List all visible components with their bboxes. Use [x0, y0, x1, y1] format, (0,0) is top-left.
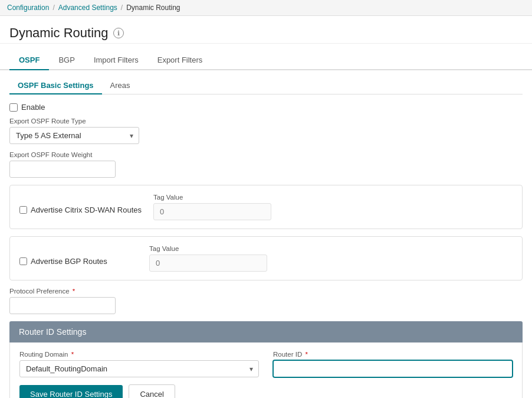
breadcrumb: Configuration / Advanced Settings / Dyna…	[0, 0, 532, 16]
tab-import-filters[interactable]: Import Filters	[84, 51, 148, 70]
sdwan-tag-group: Tag Value	[153, 194, 513, 220]
enable-checkbox[interactable]	[9, 103, 18, 112]
export-route-weight-input[interactable]: 0	[9, 161, 116, 178]
sub-tab-areas[interactable]: Areas	[102, 77, 139, 94]
router-id-field: Router ID *	[273, 351, 513, 377]
bgp-tag-input[interactable]	[149, 255, 267, 272]
advertise-bgp-card: Advertise BGP Routes Tag Value	[9, 236, 523, 280]
sdwan-tag-input[interactable]	[153, 203, 271, 220]
breadcrumb-configuration[interactable]: Configuration	[7, 4, 49, 12]
tab-bgp[interactable]: BGP	[49, 51, 84, 70]
export-route-type-select-wrapper: Type 5 AS External Type 7 NSSA External	[9, 127, 139, 144]
cancel-button[interactable]: Cancel	[129, 384, 175, 398]
main-tabs: OSPF BGP Import Filters Export Filters	[0, 51, 532, 70]
advertise-sdwan-left: Advertise Citrix SD-WAN Routes	[19, 194, 142, 214]
router-id-row: Routing Domain * Default_RoutingDomain R…	[19, 351, 513, 377]
enable-row: Enable	[9, 103, 523, 112]
breadcrumb-sep-2: /	[121, 4, 123, 12]
bgp-tag-group: Tag Value	[149, 245, 513, 272]
button-row: Save Router ID Settings Cancel	[19, 384, 513, 398]
breadcrumb-advanced-settings[interactable]: Advanced Settings	[58, 4, 117, 12]
advertise-sdwan-checkbox[interactable]	[19, 206, 27, 214]
routing-domain-field: Routing Domain * Default_RoutingDomain	[19, 351, 259, 377]
advertise-bgp-checkbox[interactable]	[19, 257, 27, 265]
breadcrumb-sep-1: /	[52, 4, 54, 12]
export-route-weight-group: Export OSPF Route Weight 0	[9, 151, 523, 178]
routing-domain-label: Routing Domain *	[19, 351, 259, 358]
router-id-section: Routing Domain * Default_RoutingDomain R…	[9, 342, 523, 398]
routing-domain-required: *	[69, 351, 74, 358]
router-id-banner: Router ID Settings	[9, 321, 523, 342]
advertise-bgp-label[interactable]: Advertise BGP Routes	[31, 257, 107, 266]
breadcrumb-current: Dynamic Routing	[126, 4, 180, 12]
router-id-required: *	[303, 351, 308, 358]
router-id-label: Router ID *	[273, 351, 513, 358]
advertise-bgp-left: Advertise BGP Routes	[19, 245, 137, 266]
protocol-required-marker: *	[71, 288, 75, 295]
protocol-preference-label: Protocol Preference *	[9, 288, 523, 295]
save-router-id-button[interactable]: Save Router ID Settings	[19, 385, 123, 398]
page-header: Dynamic Routing ℹ	[0, 16, 532, 41]
tab-ospf[interactable]: OSPF	[9, 51, 49, 70]
info-icon[interactable]: ℹ	[113, 28, 124, 38]
content-area: OSPF Basic Settings Areas Enable Export …	[0, 70, 532, 398]
page-title: Dynamic Routing	[9, 25, 109, 41]
tab-export-filters[interactable]: Export Filters	[148, 51, 212, 70]
export-route-type-select[interactable]: Type 5 AS External Type 7 NSSA External	[9, 127, 139, 144]
export-route-type-label: Export OSPF Route Type	[9, 118, 523, 125]
advertise-sdwan-card: Advertise Citrix SD-WAN Routes Tag Value	[9, 185, 523, 229]
enable-label[interactable]: Enable	[21, 103, 45, 112]
routing-domain-select[interactable]: Default_RoutingDomain	[19, 360, 259, 377]
protocol-preference-group: Protocol Preference * 150	[9, 288, 523, 314]
routing-domain-select-wrapper: Default_RoutingDomain	[19, 360, 259, 377]
sdwan-tag-label: Tag Value	[153, 194, 513, 201]
export-route-weight-label: Export OSPF Route Weight	[9, 151, 523, 158]
export-route-type-group: Export OSPF Route Type Type 5 AS Externa…	[9, 118, 523, 144]
sub-tab-ospf-basic[interactable]: OSPF Basic Settings	[9, 77, 102, 94]
sub-tabs: OSPF Basic Settings Areas	[9, 77, 523, 94]
advertise-sdwan-label[interactable]: Advertise Citrix SD-WAN Routes	[31, 205, 142, 214]
protocol-preference-input[interactable]: 150	[9, 297, 116, 314]
bgp-tag-label: Tag Value	[149, 245, 513, 252]
router-id-input[interactable]	[273, 360, 513, 377]
